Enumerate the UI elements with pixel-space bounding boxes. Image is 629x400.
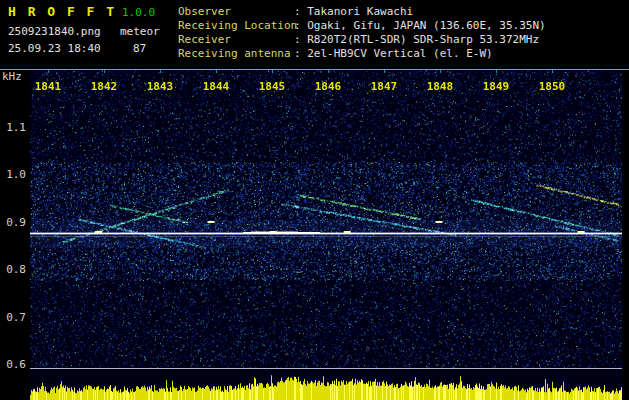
freq-tick-label: 1.0 [0,168,26,181]
freq-tick-label: 0.7 [0,311,26,324]
time-tick-label: 1843 [147,80,174,93]
app-title: H R O F F T [8,4,116,19]
info-label-receiver: Receiver [178,33,231,46]
freq-tick-label: 1.1 [0,121,26,134]
freq-tick-label: 0.8 [0,263,26,276]
info-label-observer: Observer [178,5,231,18]
info-value-antenna: : 2el-HB9CV Vertical (el. E-W) [294,47,493,60]
echo-count: 87 [133,42,146,55]
info-value-receiver: : R820T2(RTL-SDR) SDR-Sharp 53.372MHz [294,33,539,46]
info-value-location: : Ogaki, Gifu, JAPAN (136.60E, 35.35N) [294,19,546,32]
freq-tick-label: 0.6 [0,358,26,371]
time-tick-label: 1841 [35,80,62,93]
time-tick-label: 1849 [483,80,510,93]
spectrogram-canvas [30,70,622,400]
time-tick-label: 1846 [315,80,342,93]
app-version: 1.0.0 [122,6,155,19]
time-tick-label: 1848 [427,80,454,93]
time-tick-label: 1844 [203,80,230,93]
time-tick-label: 1842 [91,80,118,93]
info-label-antenna: Receiving antenna [178,47,291,60]
observation-mode: meteor [120,25,160,38]
freq-tick-label: 0.9 [0,216,26,229]
time-tick-label: 1847 [371,80,398,93]
output-filename: 2509231840.png [8,25,101,38]
hrofft-output-image: H R O F F T 1.0.0 2509231840.png meteor … [0,0,629,400]
freq-axis-unit: kHz [2,70,22,83]
info-value-observer: : Takanori Kawachi [294,5,413,18]
info-label-location: Receiving Location [178,19,297,32]
observation-datetime: 25.09.23 18:40 [8,42,101,55]
time-tick-label: 1850 [539,80,566,93]
time-tick-label: 1845 [259,80,286,93]
